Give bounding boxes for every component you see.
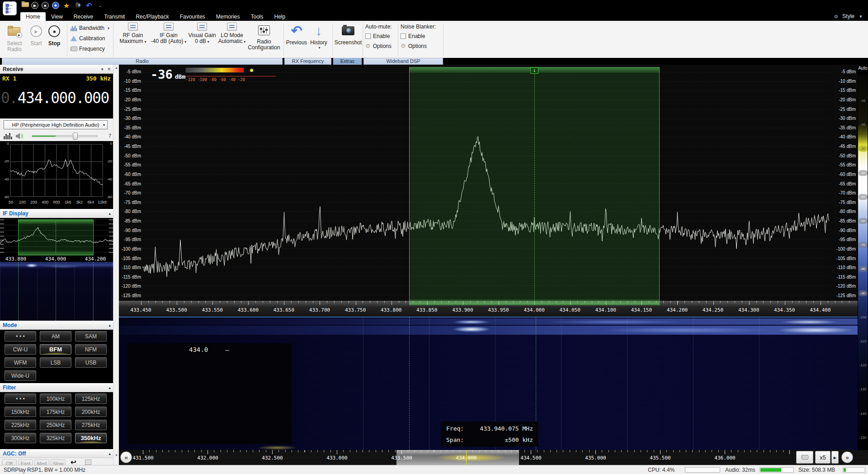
mode-header[interactable]: Mode ▴ [0,321,113,330]
db-tick: -110 dBm [120,265,141,270]
mode-filter-button[interactable]: BFM [40,344,71,355]
calibration-button[interactable]: Calibration [70,35,105,42]
if-display[interactable]: 433.800434.000434.200 [0,218,113,262]
node-tree-icon [5,3,15,14]
tab-memories[interactable]: Memories [211,12,245,21]
audio-device-select[interactable]: HP (Périphérique High Definition Audio) … [4,120,108,129]
mode-filter-button[interactable]: 175kHz [40,407,71,417]
open-folder-icon[interactable] [20,1,28,9]
mini-waterfall[interactable] [0,262,113,321]
tab-home[interactable]: Home [20,12,46,21]
start-button[interactable]: ▶ Start [28,23,44,57]
mode-filter-button[interactable]: • • • [5,393,36,404]
auto-scale-label[interactable]: Auto [858,66,868,71]
speaker-icon[interactable] [15,133,24,140]
mode-filter-button[interactable]: 150kHz [5,407,36,417]
volume-slider[interactable] [32,135,98,137]
tab-transmit[interactable]: Transmit [99,12,130,21]
select-radio-button[interactable]: ▶ Select Radio [3,23,26,57]
mode-filter-button[interactable]: NFM [75,344,107,355]
history-dropdown-icon: ▾ [318,46,320,50]
zoom-dropdown-button[interactable]: ▸ [831,451,839,464]
bandwidth-button[interactable]: Bandwidth▾ [70,25,109,31]
tab-tools[interactable]: Tools [245,12,269,21]
mode-filter-button[interactable]: 300kHz [5,433,36,443]
mode-filter-button[interactable]: SAM [75,331,107,341]
if-gain-button[interactable]: IF Gain -40 dB (Auto)▾ [150,23,187,57]
section-collapse-icon[interactable]: ▴ [108,211,111,216]
mode-filter-button[interactable]: USB [75,357,107,368]
mode-filter-button[interactable]: 100kHz [40,393,71,404]
tab-view[interactable]: View [46,12,68,21]
waterfall-display[interactable]: 434.0– Freq:433.940.075 MHz Span:±500 kH… [119,317,858,450]
mode-filter-button[interactable]: LSB [40,357,71,368]
mode-filter-button[interactable]: 125kHz [75,393,107,404]
style-control[interactable]: ⊜ Style ▾ [832,13,864,19]
tab-help[interactable]: Help [269,12,291,21]
agc-header[interactable]: AGC: Off ▴ [0,449,113,458]
rf-gain-button[interactable]: RF Gain Maximum▾ [117,23,149,57]
screenshot-button[interactable]: Screenshot [335,23,361,57]
frequency-navigation-bar[interactable]: 431.500432.000432.500433.000433.500434.0… [119,450,868,465]
quick-access-dropdown-icon[interactable]: ⌄ [96,1,104,9]
auto-mute-options-button[interactable]: ⚙Options [365,43,396,49]
section-collapse-icon[interactable]: ▴ [108,451,111,456]
mode-filter-button[interactable]: 250kHz [40,420,71,430]
stop-button[interactable]: ■ Stop [45,23,63,57]
sliders-icon [258,25,270,35]
auto-mute-enable-checkbox[interactable]: Enable [365,33,396,39]
style-icon: ⊜ [832,13,840,19]
mode-filter-button[interactable]: Wide-U [5,370,36,381]
left-panel-scrollbar[interactable]: ▲ ▼ [113,65,119,465]
db-tick: -40 dBm [831,134,856,139]
mode-filter-button[interactable]: 350kHz [75,433,107,443]
camera-quick-icon[interactable] [74,1,82,9]
zoom-level-button[interactable]: x5 [815,451,830,464]
mode-filter-button[interactable]: CW-U [5,344,36,355]
tuned-frequency-readout[interactable]: 0.434.000.000 [1,89,112,107]
rx-marker[interactable]: 1 [530,67,538,74]
favourite-star-icon[interactable]: ★ [62,1,71,9]
tab-rec-playback[interactable]: Rec/Playback [130,12,174,21]
visual-gain-button[interactable]: Visual Gain 0 dB▾ [188,23,216,57]
noise-blanker-enable-checkbox[interactable]: Enable [401,33,442,39]
if-display-header[interactable]: IF Display ▴ [0,209,113,218]
history-button[interactable]: ↓ History ▾ [308,23,329,57]
mode-filter-button[interactable]: 200kHz [75,407,107,417]
add-quick-icon[interactable]: ✚ [52,2,59,9]
mode-filter-button[interactable]: WFM [5,357,36,368]
undo-icon[interactable]: ↶ [85,1,93,9]
mode-filter-button[interactable]: 325kHz [40,433,71,443]
panel-collapse-icon[interactable]: ▾ [101,67,104,71]
db-tick: -105 dBm [120,256,141,261]
waterfall-color-scale[interactable]: Auto -10-20-30-40-50-60-70-80-90-100-110… [858,65,868,450]
keyboard-entry-button[interactable] [796,451,813,464]
spectrum-display[interactable]: -5 dBm-10 dBm-15 dBm-20 dBm-25 dBm-30 dB… [119,65,858,317]
previous-button[interactable]: ↶ Previous [286,23,307,57]
audio-y-tick: -20 [1,159,9,164]
frequency-button[interactable]: Frequency [70,46,105,52]
notes-icon[interactable] [85,460,91,465]
filter-header[interactable]: Filter ▴ [0,383,113,392]
app-icon[interactable] [3,1,17,15]
radio-configuration-button[interactable]: Radio Configuration [248,23,280,57]
frequency-display[interactable]: RX 1 350 kHz 0.434.000.000 [0,74,113,118]
noise-blanker-options-button[interactable]: ⚙Options [401,43,442,49]
panel-close-icon[interactable]: ✕ [107,67,111,71]
tab-receive[interactable]: Receive [68,12,99,21]
lo-mode-button[interactable]: LO Mode Automatic▾ [217,23,247,57]
section-collapse-icon[interactable]: ▴ [108,323,111,327]
equalizer-icon[interactable] [4,133,12,139]
play-quick-icon[interactable]: ▶ [31,2,38,9]
receive-panel-header: Receive ▾✕ [0,65,113,74]
nav-step-left-button[interactable]: « [120,451,132,463]
mode-filter-button[interactable]: 225kHz [5,420,36,430]
stop-quick-icon[interactable]: ■ [42,2,49,9]
volume-slider-thumb[interactable] [73,133,78,140]
nav-step-right-button[interactable]: » [841,451,853,463]
mode-filter-button[interactable]: 275kHz [75,420,107,430]
mode-filter-button[interactable]: • • • [5,331,36,341]
section-collapse-icon[interactable]: ▴ [108,385,111,390]
tab-favourites[interactable]: Favourites [175,12,211,21]
mode-filter-button[interactable]: AM [40,331,71,341]
